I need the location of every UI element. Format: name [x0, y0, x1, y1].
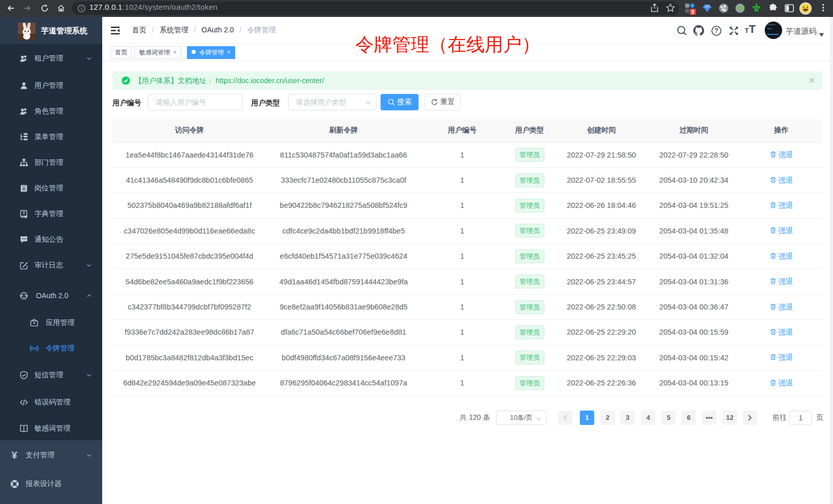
svg-text:¥: ¥: [11, 450, 17, 460]
svg-text:9: 9: [691, 9, 694, 15]
svg-text:?: ?: [714, 27, 718, 34]
